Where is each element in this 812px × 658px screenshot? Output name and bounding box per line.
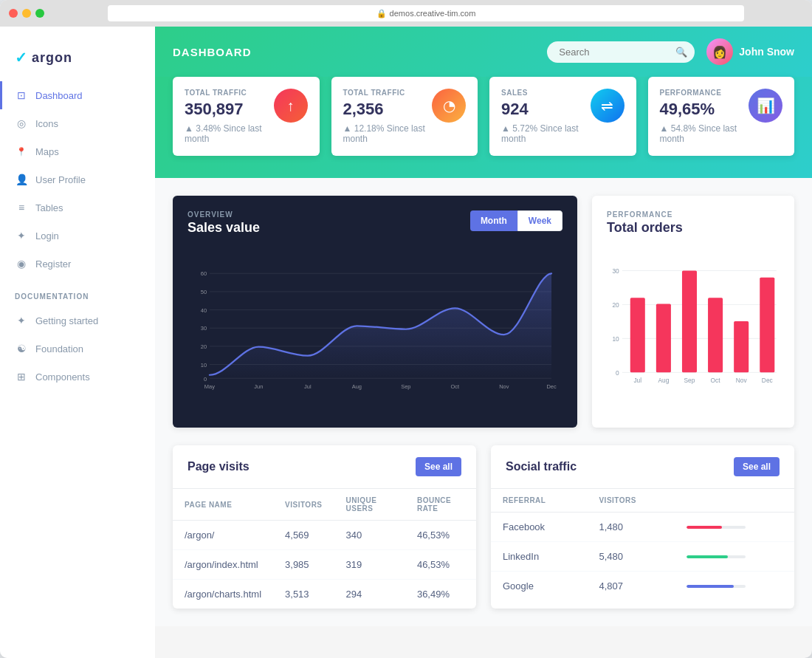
sidebar-item-getting-started[interactable]: ✦ Getting started bbox=[0, 306, 155, 335]
sales-chart-title: Sales value bbox=[187, 220, 260, 236]
chart-toggle-group: Month Week bbox=[470, 210, 562, 231]
address-bar[interactable]: 🔒 demos.creative-tim.com bbox=[108, 5, 744, 21]
header-right: 🔍 👩 John Snow bbox=[547, 38, 794, 65]
tables-icon: ≡ bbox=[15, 201, 28, 214]
sidebar-item-login[interactable]: ✦ Login bbox=[0, 222, 155, 250]
social-traffic-see-all[interactable]: See all bbox=[734, 457, 780, 476]
logo: ✓ argon bbox=[0, 41, 155, 81]
sidebar-label-foundation: Foundation bbox=[35, 343, 83, 354]
svg-text:0: 0 bbox=[204, 376, 207, 383]
logo-icon: ✓ bbox=[15, 49, 27, 66]
referral-cell: Facebook bbox=[491, 513, 587, 542]
svg-text:Oct: Oct bbox=[451, 383, 461, 390]
table-cell: 46,53% bbox=[405, 550, 476, 580]
progress-bar-container bbox=[687, 555, 746, 558]
stats-row: TOTAL TRAFFIC 350,897 ▲ 3.48% Since last… bbox=[155, 77, 812, 178]
bar-oct bbox=[708, 298, 723, 372]
sidebar-item-register[interactable]: ◉ Register bbox=[0, 250, 155, 278]
table-cell: 36,49% bbox=[405, 580, 476, 609]
stat-label-4: PERFORMANCE bbox=[660, 89, 749, 97]
page-visits-see-all[interactable]: See all bbox=[416, 457, 461, 476]
sidebar-section-documentation: DOCUMENTATION bbox=[0, 278, 155, 306]
bar-dec bbox=[760, 278, 774, 373]
stat-change-2: ▲ 12.18% Since last month bbox=[343, 123, 433, 144]
app-body: ✓ argon ⊡ Dashboard ◎ Icons 📍 Maps 👤 bbox=[0, 27, 812, 658]
visitors-cell: 5,480 bbox=[587, 542, 675, 572]
btn-week[interactable]: Week bbox=[517, 210, 562, 231]
progress-bar bbox=[687, 585, 734, 588]
logo-text: argon bbox=[32, 50, 72, 66]
sidebar-label-icons: Icons bbox=[35, 118, 58, 129]
social-traffic-card: Social traffic See all REFERRAL VISITORS bbox=[491, 445, 794, 609]
sales-line-chart: 60 50 40 30 20 10 0 bbox=[187, 247, 562, 410]
progress-bar bbox=[687, 555, 728, 558]
referral-cell: Google bbox=[491, 572, 587, 601]
svg-text:Aug: Aug bbox=[352, 383, 362, 390]
sidebar-label-login: Login bbox=[35, 230, 59, 241]
tables-section: Page visits See all PAGE NAME VISITORS U… bbox=[155, 445, 812, 626]
svg-text:30: 30 bbox=[612, 267, 619, 275]
stat-card-traffic-2: TOTAL TRAFFIC 2,356 ▲ 12.18% Since last … bbox=[331, 77, 478, 156]
icons-icon: ◎ bbox=[15, 117, 28, 130]
svg-text:20: 20 bbox=[201, 343, 207, 350]
page-visits-table: PAGE NAME VISITORS UNIQUE USERS BOUNCE R… bbox=[173, 489, 476, 609]
progress-bar-container bbox=[687, 526, 746, 529]
svg-text:May: May bbox=[204, 383, 215, 390]
svg-text:40: 40 bbox=[201, 307, 207, 314]
register-icon: ◉ bbox=[15, 257, 28, 270]
sidebar-label-register: Register bbox=[35, 258, 71, 270]
orders-bar-chart: 30 20 10 0 bbox=[607, 247, 780, 410]
stat-card-sales: SALES 924 ▲ 5.72% Since last month ⇌ bbox=[489, 77, 636, 156]
sidebar-item-components[interactable]: ⊞ Components bbox=[0, 363, 155, 391]
progress-bar bbox=[687, 526, 722, 529]
svg-text:Nov: Nov bbox=[499, 383, 509, 390]
sales-chart-label: OVERVIEW bbox=[187, 210, 260, 219]
orders-chart-card: PERFORMANCE Total orders 30 20 10 0 bbox=[592, 196, 794, 428]
search-input[interactable] bbox=[559, 47, 670, 58]
sidebar-item-foundation[interactable]: ☯ Foundation bbox=[0, 335, 155, 363]
orders-chart-title: Total orders bbox=[607, 220, 683, 236]
sales-chart-header: OVERVIEW Sales value Month Week bbox=[187, 210, 562, 236]
table-cell: 3,985 bbox=[273, 550, 334, 580]
table-cell: 46,53% bbox=[405, 521, 476, 550]
sidebar-item-icons[interactable]: ◎ Icons bbox=[0, 109, 155, 137]
sales-chart-title-group: OVERVIEW Sales value bbox=[187, 210, 260, 236]
svg-text:Jun: Jun bbox=[254, 383, 263, 390]
btn-month[interactable]: Month bbox=[470, 210, 517, 231]
sidebar-label-user-profile: User Profile bbox=[35, 174, 86, 185]
browser-minimize-button[interactable] bbox=[22, 9, 31, 18]
stat-icon-3: ⇌ bbox=[591, 89, 625, 123]
stat-label-3: SALES bbox=[501, 89, 591, 97]
svg-text:0: 0 bbox=[616, 369, 619, 377]
svg-text:10: 10 bbox=[201, 362, 207, 369]
user-info[interactable]: 👩 John Snow bbox=[706, 38, 794, 65]
stat-icon-1: ↑ bbox=[274, 89, 308, 123]
charts-section: OVERVIEW Sales value Month Week bbox=[155, 178, 812, 445]
sidebar-item-tables[interactable]: ≡ Tables bbox=[0, 193, 155, 222]
browser-close-button[interactable] bbox=[9, 9, 18, 18]
col-unique-users: UNIQUE USERS bbox=[334, 489, 405, 521]
list-item: Google4,807 bbox=[491, 572, 794, 601]
sidebar-item-user-profile[interactable]: 👤 User Profile bbox=[0, 165, 155, 193]
progress-cell bbox=[675, 513, 794, 542]
page-visits-title: Page visits bbox=[187, 460, 250, 473]
svg-text:Jul: Jul bbox=[304, 383, 312, 390]
stat-change-3: ▲ 5.72% Since last month bbox=[501, 123, 591, 144]
maps-icon: 📍 bbox=[15, 145, 28, 158]
browser-maximize-button[interactable] bbox=[35, 9, 44, 18]
sidebar-item-dashboard[interactable]: ⊡ Dashboard bbox=[0, 81, 155, 109]
search-box[interactable]: 🔍 bbox=[547, 41, 695, 63]
table-cell: 340 bbox=[334, 521, 405, 550]
stat-value-3: 924 bbox=[501, 100, 591, 119]
sidebar-label-maps: Maps bbox=[35, 146, 59, 157]
svg-text:Oct: Oct bbox=[711, 377, 721, 384]
url-text: demos.creative-tim.com bbox=[390, 9, 476, 18]
orders-chart-label: PERFORMANCE bbox=[607, 210, 683, 219]
svg-text:60: 60 bbox=[201, 270, 207, 277]
stat-card-traffic-1: TOTAL TRAFFIC 350,897 ▲ 3.48% Since last… bbox=[173, 77, 320, 156]
stat-value-1: 350,897 bbox=[185, 100, 274, 119]
sidebar-item-maps[interactable]: 📍 Maps bbox=[0, 137, 155, 165]
sidebar-label-components: Components bbox=[35, 371, 90, 383]
col-visitors: VISITORS bbox=[587, 489, 675, 513]
sidebar-nav: ⊡ Dashboard ◎ Icons 📍 Maps 👤 User Profil… bbox=[0, 81, 155, 391]
